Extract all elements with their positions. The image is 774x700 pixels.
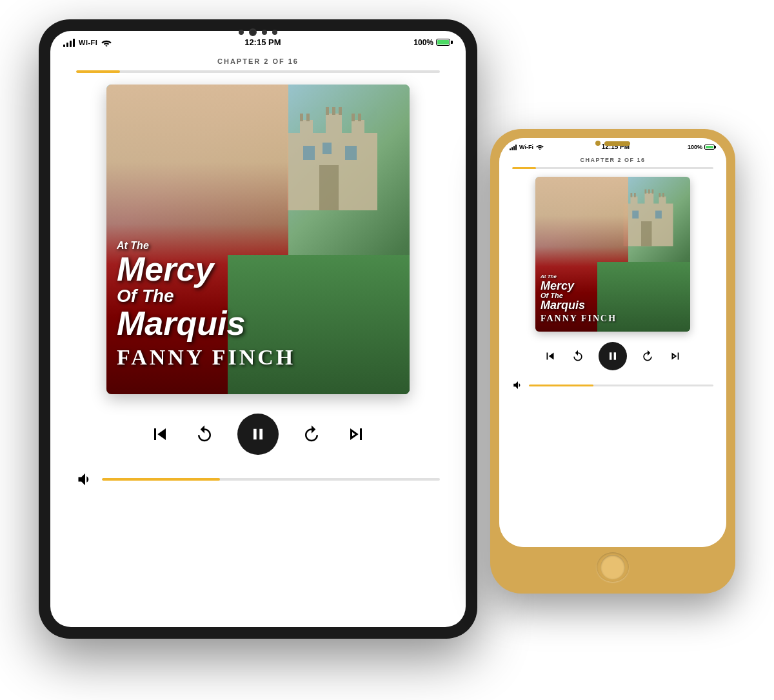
phone-volume-icon	[512, 379, 524, 391]
tablet-cover-art: At The Mercy Of The Marquis FANNY FINCH	[106, 85, 410, 394]
tablet-dot-2	[262, 30, 267, 35]
phone-skip-back-icon	[543, 349, 557, 363]
phone-battery-fill	[706, 146, 713, 148]
phone-status-left: Wi-Fi	[510, 144, 544, 150]
tablet-battery-percent: 100%	[413, 38, 433, 47]
tablet-wifi-label: WI-FI	[79, 39, 97, 46]
phone-bar-4	[515, 145, 517, 150]
phone-author: FANNY FINCH	[541, 314, 685, 324]
phone-camera-dot	[595, 141, 600, 146]
svg-rect-18	[659, 197, 666, 208]
phone-player-content: CHAPTER 2 OF 16	[499, 153, 726, 547]
svg-rect-10	[358, 114, 361, 121]
svg-rect-26	[641, 221, 652, 246]
forward-icon	[302, 425, 321, 444]
svg-rect-3	[352, 120, 364, 139]
phone-battery-icon	[704, 145, 716, 150]
tablet-title-overlay: At The Mercy Of The Marquis FANNY FINCH	[106, 239, 410, 369]
phone-speaker	[604, 141, 630, 146]
phone-battery-tip	[715, 146, 716, 148]
phone-controls	[543, 342, 682, 370]
svg-rect-24	[659, 193, 661, 197]
battery-icon	[436, 39, 453, 46]
phone-forward-button[interactable]	[641, 350, 654, 363]
rewind-button[interactable]	[195, 425, 214, 444]
phone-skip-next-icon	[668, 349, 682, 363]
skip-back-button[interactable]	[148, 423, 172, 446]
phone-volume-row	[512, 379, 713, 391]
tablet-camera	[249, 28, 257, 36]
svg-rect-13	[345, 146, 357, 160]
tablet-dot-1	[239, 30, 244, 35]
phone-home-button[interactable]	[597, 552, 629, 582]
tablet-progress-bar[interactable]	[76, 70, 440, 73]
phone-battery-area: 100%	[688, 144, 716, 150]
phone-title-overlay: At The Mercy Of The Marquis FANNY FINCH	[535, 274, 690, 324]
svg-rect-11	[319, 165, 339, 210]
phone-signal-bars	[510, 144, 517, 150]
svg-rect-23	[652, 190, 654, 194]
svg-rect-12	[303, 146, 315, 160]
skip-back-icon	[148, 423, 172, 446]
tablet-volume-row	[76, 470, 440, 488]
phone-home-button-inner	[600, 555, 625, 579]
phone-title-marquis: Marquis	[541, 299, 685, 311]
tablet-time: 12:15 PM	[244, 37, 281, 47]
phone-volume-fill	[529, 385, 593, 386]
tablet-volume-bar[interactable]	[102, 478, 440, 481]
tablet-book-cover: At The Mercy Of The Marquis FANNY FINCH	[106, 85, 410, 394]
tablet-progress-fill	[76, 70, 120, 73]
forward-button[interactable]	[302, 425, 321, 444]
svg-rect-16	[631, 197, 638, 208]
scene: WI-FI 12:15 PM 100%	[0, 0, 774, 700]
svg-rect-19	[631, 193, 633, 197]
tablet-status-left: WI-FI	[63, 38, 112, 47]
svg-rect-20	[634, 193, 636, 197]
phone-book-cover: At The Mercy Of The Marquis FANNY FINCH	[535, 177, 690, 332]
svg-rect-2	[326, 114, 342, 139]
tablet-screen: WI-FI 12:15 PM 100%	[50, 31, 466, 627]
svg-rect-27	[632, 211, 639, 219]
battery-fill	[437, 40, 449, 45]
signal-bars-icon	[63, 38, 75, 47]
svg-rect-8	[339, 107, 342, 115]
phone-skip-next-button[interactable]	[668, 349, 682, 363]
svg-rect-14	[322, 143, 332, 154]
phone-cover-art: At The Mercy Of The Marquis FANNY FINCH	[535, 177, 690, 332]
rewind-icon	[195, 425, 214, 444]
pause-button[interactable]	[237, 414, 279, 455]
svg-rect-28	[655, 211, 662, 219]
battery-tip	[451, 41, 453, 44]
phone-volume-bar[interactable]	[529, 385, 713, 386]
phone-rewind-button[interactable]	[571, 350, 584, 363]
tablet-dot-3	[272, 30, 277, 35]
phone-forward-icon	[641, 350, 654, 363]
phone-skip-back-button[interactable]	[543, 349, 557, 363]
phone-chapter-label: CHAPTER 2 OF 16	[580, 157, 645, 163]
battery-body	[436, 39, 450, 46]
phone-bar-1	[510, 148, 511, 150]
pause-icon	[249, 425, 267, 443]
svg-rect-22	[648, 190, 650, 194]
phone-top-bar	[595, 141, 630, 146]
tablet-device: WI-FI 12:15 PM 100%	[39, 19, 477, 639]
signal-bar-2	[66, 43, 68, 47]
skip-next-button[interactable]	[344, 423, 368, 446]
phone-wifi-icon	[536, 144, 544, 150]
svg-rect-9	[352, 114, 355, 121]
phone-progress-bar[interactable]	[512, 167, 713, 169]
svg-rect-6	[326, 107, 329, 115]
svg-rect-1	[300, 120, 313, 139]
phone-pause-button[interactable]	[599, 342, 627, 370]
tablet-chapter-label: CHAPTER 2 OF 16	[217, 57, 299, 65]
phone-battery-body	[704, 145, 715, 150]
phone-device: Wi-Fi 12:15 PM 100%	[490, 129, 735, 594]
phone-progress-fill	[512, 167, 536, 169]
wifi-icon	[101, 39, 112, 46]
phone-rewind-icon	[571, 350, 584, 363]
tablet-title-marquis: Marquis	[117, 306, 399, 340]
tablet-controls	[148, 414, 368, 455]
phone-title-mercy: Mercy	[541, 280, 685, 292]
phone-bar-2	[511, 147, 513, 150]
tablet-title-mercy: Mercy	[117, 252, 399, 286]
